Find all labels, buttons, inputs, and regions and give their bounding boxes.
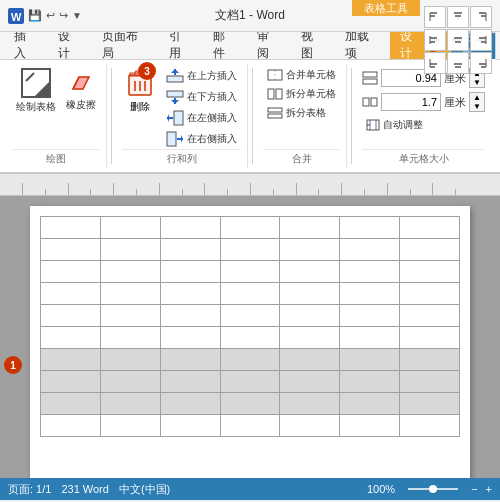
table-cell[interactable] [160, 371, 220, 393]
table-cell[interactable] [400, 283, 460, 305]
align-tr[interactable] [470, 6, 492, 28]
table-cell[interactable] [100, 349, 160, 371]
table-cell[interactable] [100, 261, 160, 283]
align-bc[interactable] [447, 52, 469, 74]
table-cell[interactable] [280, 305, 340, 327]
table-cell[interactable] [160, 393, 220, 415]
table-cell[interactable] [220, 239, 280, 261]
split-cells-button[interactable]: 拆分单元格 [263, 85, 340, 103]
table-cell[interactable] [100, 239, 160, 261]
table-cell[interactable] [340, 305, 400, 327]
table-cell[interactable] [340, 261, 400, 283]
table-cell[interactable] [280, 217, 340, 239]
zoom-in[interactable]: + [486, 483, 492, 495]
table-cell[interactable] [280, 327, 340, 349]
tab-page-layout[interactable]: 页面布局 [92, 31, 160, 59]
table-cell[interactable] [100, 327, 160, 349]
height-down[interactable]: ▼ [470, 78, 484, 87]
table-cell[interactable] [340, 349, 400, 371]
table-cell[interactable] [220, 371, 280, 393]
table-cell[interactable] [400, 327, 460, 349]
align-tc[interactable] [447, 6, 469, 28]
table-cell[interactable] [160, 415, 220, 437]
table-row[interactable] [41, 261, 460, 283]
table-cell[interactable] [220, 393, 280, 415]
width-spinner[interactable]: ▲ ▼ [469, 92, 485, 112]
quick-save[interactable]: 💾 [28, 9, 42, 22]
table-cell[interactable] [280, 239, 340, 261]
table-cell[interactable] [400, 217, 460, 239]
quick-menu[interactable]: ▼ [72, 10, 82, 21]
table-cell[interactable] [41, 327, 101, 349]
quick-undo[interactable]: ↩ [46, 9, 55, 22]
table-cell[interactable] [41, 349, 101, 371]
table-cell[interactable] [160, 239, 220, 261]
table-cell[interactable] [340, 283, 400, 305]
tab-review[interactable]: 审阅 [247, 31, 291, 59]
word-table[interactable] [40, 216, 460, 437]
align-tl[interactable] [424, 6, 446, 28]
table-cell[interactable] [41, 217, 101, 239]
table-cell[interactable] [400, 239, 460, 261]
table-cell[interactable] [41, 283, 101, 305]
quick-redo[interactable]: ↪ [59, 9, 68, 22]
table-cell[interactable] [41, 393, 101, 415]
table-row[interactable] [41, 239, 460, 261]
table-row[interactable] [41, 217, 460, 239]
table-cell[interactable] [400, 305, 460, 327]
tab-view[interactable]: 视图 [291, 31, 335, 59]
table-cell[interactable] [340, 327, 400, 349]
table-cell[interactable] [41, 371, 101, 393]
table-cell[interactable] [400, 349, 460, 371]
insert-above-button[interactable]: 在上方插入 [162, 66, 241, 86]
insert-right-button[interactable]: 在右侧插入 [162, 129, 241, 149]
width-up[interactable]: ▲ [470, 93, 484, 102]
table-cell[interactable] [160, 305, 220, 327]
tab-references[interactable]: 引用 [159, 31, 203, 59]
table-cell[interactable] [220, 327, 280, 349]
table-cell[interactable] [280, 261, 340, 283]
table-cell[interactable] [160, 283, 220, 305]
table-cell[interactable] [340, 371, 400, 393]
table-cell[interactable] [41, 261, 101, 283]
tab-addins[interactable]: 加载项 [335, 31, 391, 59]
table-cell[interactable] [41, 415, 101, 437]
table-row-highlighted[interactable] [41, 349, 460, 371]
table-row[interactable] [41, 283, 460, 305]
table-cell[interactable] [100, 371, 160, 393]
table-cell[interactable] [160, 349, 220, 371]
width-down[interactable]: ▼ [470, 102, 484, 111]
align-mc[interactable] [447, 29, 469, 51]
table-cell[interactable] [400, 393, 460, 415]
table-cell[interactable] [340, 217, 400, 239]
table-cell[interactable] [100, 305, 160, 327]
table-cell[interactable] [220, 349, 280, 371]
eraser-button[interactable]: 橡皮擦 [62, 66, 100, 114]
align-br[interactable] [470, 52, 492, 74]
table-cell[interactable] [220, 283, 280, 305]
table-cell[interactable] [400, 415, 460, 437]
tab-insert[interactable]: 插入 [4, 31, 48, 59]
align-ml[interactable] [424, 29, 446, 51]
table-cell[interactable] [340, 415, 400, 437]
table-cell[interactable] [280, 393, 340, 415]
table-cell[interactable] [160, 327, 220, 349]
document-page[interactable]: 溜溜自学 zixue.3066.com [30, 206, 470, 478]
align-mr[interactable] [470, 29, 492, 51]
table-row[interactable] [41, 327, 460, 349]
table-cell[interactable] [220, 415, 280, 437]
table-cell[interactable] [340, 393, 400, 415]
table-cell[interactable] [41, 305, 101, 327]
table-cell[interactable] [280, 415, 340, 437]
table-cell[interactable] [280, 349, 340, 371]
table-cell[interactable] [400, 371, 460, 393]
table-row[interactable] [41, 305, 460, 327]
table-cell[interactable] [100, 393, 160, 415]
insert-below-button[interactable]: 在下方插入 [162, 87, 241, 107]
width-input[interactable] [381, 93, 441, 111]
split-table-button[interactable]: 拆分表格 [263, 104, 340, 122]
zoom-out[interactable]: − [471, 483, 477, 495]
table-row[interactable] [41, 415, 460, 437]
table-cell[interactable] [100, 415, 160, 437]
table-cell[interactable] [220, 305, 280, 327]
